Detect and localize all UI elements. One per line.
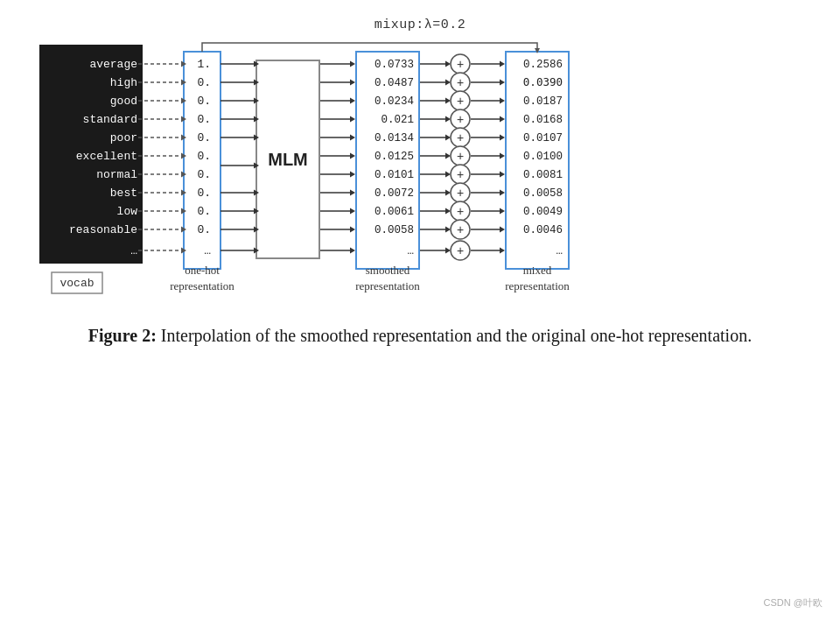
svg-marker-147 [500,61,505,67]
svg-text:0.: 0. [197,168,211,181]
svg-marker-113 [445,153,451,159]
caption-text: Interpolation of the smoothed representa… [157,326,752,345]
svg-text:0.0107: 0.0107 [523,132,563,144]
svg-text:representation: representation [355,279,420,292]
svg-text:excellent: excellent [76,150,137,163]
svg-text:0.0058: 0.0058 [523,187,563,200]
svg-marker-87 [350,227,355,233]
svg-text:+: + [457,57,464,71]
svg-marker-73 [350,98,355,104]
svg-text:+: + [457,186,464,200]
svg-marker-75 [350,116,355,123]
svg-text:normal: normal [96,168,137,181]
svg-text:0.: 0. [197,150,211,163]
svg-marker-167 [500,248,505,254]
svg-text:MLM: MLM [268,150,308,169]
svg-text:reasonable: reasonable [69,223,137,236]
svg-text:0.0100: 0.0100 [523,151,563,163]
svg-text:high: high [110,76,137,89]
svg-text:0.0046: 0.0046 [523,224,563,236]
svg-text:representation: representation [170,279,234,292]
svg-text:0.0125: 0.0125 [374,151,414,163]
svg-marker-109 [445,116,451,123]
svg-marker-121 [445,227,451,233]
svg-marker-79 [350,153,355,159]
svg-text:0.: 0. [197,223,211,236]
svg-marker-85 [350,208,355,215]
svg-text:0.0390: 0.0390 [523,75,563,88]
svg-text:average: average [89,58,137,71]
svg-text:1.: 1. [197,58,211,71]
svg-text:low: low [117,205,138,218]
svg-text:0.: 0. [197,131,211,144]
svg-text:+: + [457,222,464,236]
svg-text:+: + [457,94,464,108]
svg-marker-119 [445,208,451,215]
svg-text:0.0058: 0.0058 [374,224,414,236]
svg-text:0.0134: 0.0134 [374,132,414,144]
mixup-label: mixup:λ=0.2 [374,18,466,32]
svg-text:poor: poor [110,131,137,144]
svg-text:one-hot: one-hot [185,264,220,277]
svg-text:best: best [110,187,137,200]
svg-marker-155 [500,135,505,141]
svg-text:0.: 0. [197,113,211,126]
svg-text:0.0187: 0.0187 [523,95,563,108]
watermark: CSDN @叶欧 [764,596,822,609]
svg-text:0.: 0. [197,187,211,200]
svg-text:0.: 0. [197,76,211,89]
svg-marker-165 [500,227,505,233]
svg-marker-83 [350,190,355,196]
svg-text:+: + [457,149,464,163]
diagram-container: mixup:λ=0.2 average high good standard p… [35,18,805,307]
svg-text:vocab: vocab [60,277,94,290]
svg-text:0.: 0. [197,205,211,218]
svg-text:…: … [204,244,211,257]
svg-marker-77 [350,135,355,141]
svg-text:0.0487: 0.0487 [374,77,414,89]
svg-text:…: … [556,245,563,257]
svg-marker-105 [445,80,451,86]
svg-text:…: … [407,245,414,257]
svg-text:0.0072: 0.0072 [374,187,414,200]
svg-marker-149 [500,80,505,86]
svg-text:+: + [457,75,464,89]
svg-text:mixed: mixed [523,264,552,277]
svg-text:0.021: 0.021 [381,114,414,126]
svg-text:representation: representation [505,279,570,292]
svg-text:+: + [457,204,464,218]
svg-marker-163 [500,208,505,215]
svg-marker-157 [500,153,505,159]
figure-number: Figure 2: [88,326,157,345]
svg-marker-81 [350,172,355,178]
svg-text:good: good [110,95,137,108]
svg-marker-161 [500,190,505,196]
svg-text:…: … [130,244,137,257]
svg-text:0.2586: 0.2586 [523,59,563,71]
svg-text:0.0168: 0.0168 [523,114,563,126]
svg-marker-107 [445,98,451,104]
svg-text:0.0733: 0.0733 [374,59,414,71]
svg-marker-151 [500,98,505,104]
svg-text:0.0234: 0.0234 [374,95,414,108]
svg-text:+: + [457,243,464,257]
svg-text:0.0081: 0.0081 [523,169,563,181]
svg-marker-69 [350,61,355,67]
svg-marker-71 [350,80,355,86]
svg-marker-111 [445,135,451,141]
svg-text:+: + [457,167,464,181]
svg-marker-159 [500,172,505,178]
svg-text:standard: standard [83,113,137,126]
svg-marker-89 [350,248,355,254]
svg-text:+: + [457,112,464,126]
svg-text:0.0049: 0.0049 [523,206,563,218]
main-diagram-svg: average high good standard poor excellen… [39,36,801,307]
svg-text:+: + [457,130,464,144]
svg-text:0.0061: 0.0061 [374,206,414,218]
svg-marker-117 [445,190,451,196]
svg-text:0.0101: 0.0101 [374,169,414,181]
svg-marker-115 [445,172,451,178]
svg-marker-103 [445,61,451,67]
svg-text:smoothed: smoothed [366,264,410,277]
svg-marker-123 [445,248,451,254]
